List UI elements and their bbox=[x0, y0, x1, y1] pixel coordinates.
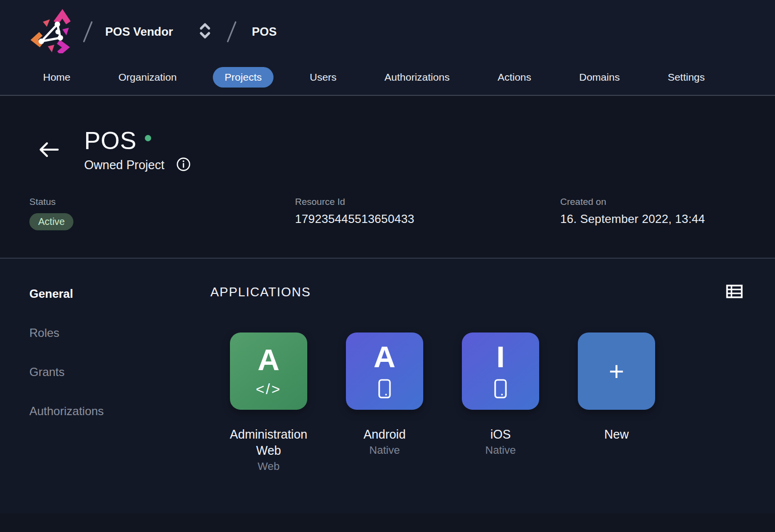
arrow-back-icon bbox=[38, 141, 60, 159]
app-name: Android bbox=[364, 426, 406, 443]
topbar: POS Vendor POS Home Organization Project… bbox=[0, 0, 775, 96]
breadcrumb-project[interactable]: POS bbox=[252, 25, 277, 39]
page-title: POS bbox=[84, 128, 137, 154]
applications-section: APPLICATIONS A </> Adm bbox=[210, 259, 775, 513]
app-card-new[interactable]: + New bbox=[578, 332, 655, 473]
project-meta: Status Active Resource Id 17923544551365… bbox=[0, 197, 775, 230]
sidebar-item-roles[interactable]: Roles bbox=[29, 326, 210, 340]
nav-item-projects[interactable]: Projects bbox=[213, 67, 274, 88]
app-tile[interactable]: I bbox=[462, 332, 539, 410]
status-label: Status bbox=[29, 197, 295, 207]
sidebar-item-authorizations[interactable]: Authorizations bbox=[29, 404, 210, 418]
app-tile[interactable]: A </> bbox=[230, 332, 307, 410]
unfold-more-icon[interactable] bbox=[173, 22, 211, 41]
main-nav: Home Organization Projects Users Authori… bbox=[0, 64, 775, 95]
app-tile[interactable]: A bbox=[346, 332, 423, 410]
app-kind: Native bbox=[485, 444, 516, 457]
breadcrumb-slash-icon bbox=[83, 21, 92, 43]
applications-grid: A </> Administration Web Web A bbox=[210, 332, 743, 473]
app-initial: A bbox=[258, 345, 280, 375]
app-kind: Native bbox=[369, 444, 400, 457]
app-name: iOS bbox=[490, 426, 511, 443]
applications-heading: APPLICATIONS bbox=[210, 285, 311, 300]
app-name: Administration Web bbox=[219, 426, 318, 459]
project-active-dot bbox=[145, 135, 151, 141]
smartphone-icon bbox=[494, 379, 507, 400]
nav-item-authorizations[interactable]: Authorizations bbox=[373, 67, 461, 88]
sidebar-item-general[interactable]: General bbox=[29, 287, 210, 301]
nav-item-actions[interactable]: Actions bbox=[486, 67, 543, 88]
app-initial: I bbox=[496, 342, 504, 372]
nav-item-users[interactable]: Users bbox=[298, 67, 348, 88]
app-card-android[interactable]: A Android Native bbox=[346, 332, 423, 473]
plus-icon: + bbox=[609, 358, 624, 384]
created-on-value: 16. September 2022, 13:44 bbox=[560, 212, 705, 226]
code-icon: </> bbox=[256, 381, 281, 398]
sidebar-item-grants[interactable]: Grants bbox=[29, 365, 210, 379]
table-view-button[interactable] bbox=[726, 284, 743, 300]
created-on-label: Created on bbox=[560, 197, 705, 207]
breadcrumb-slash-icon bbox=[227, 21, 236, 43]
new-app-tile[interactable]: + bbox=[578, 332, 655, 410]
project-sidebar: General Roles Grants Authorizations bbox=[0, 259, 210, 513]
nav-item-settings[interactable]: Settings bbox=[656, 67, 717, 88]
app-card-administration-web[interactable]: A </> Administration Web Web bbox=[230, 332, 307, 473]
smartphone-icon bbox=[378, 379, 391, 400]
app-kind: Web bbox=[258, 460, 280, 473]
org-picker[interactable]: POS Vendor bbox=[105, 22, 211, 41]
project-header: POS Owned Project Status bbox=[0, 96, 775, 259]
app-initial: A bbox=[374, 342, 396, 372]
resource-id-value: 179235445513650433 bbox=[295, 212, 560, 226]
back-button[interactable] bbox=[38, 141, 60, 159]
nav-item-home[interactable]: Home bbox=[31, 67, 82, 88]
nav-item-organization[interactable]: Organization bbox=[107, 67, 188, 88]
table-view-icon bbox=[726, 284, 743, 300]
page-subtitle: Owned Project bbox=[84, 158, 164, 172]
app-name: New bbox=[604, 426, 629, 443]
breadcrumb-org[interactable]: POS Vendor bbox=[105, 25, 173, 39]
resource-id-label: Resource Id bbox=[295, 197, 560, 207]
status-badge: Active bbox=[29, 213, 73, 230]
info-icon bbox=[176, 157, 191, 173]
zitadel-logo-icon[interactable] bbox=[29, 8, 74, 55]
app-card-ios[interactable]: I iOS Native bbox=[462, 332, 539, 473]
nav-item-domains[interactable]: Domains bbox=[568, 67, 632, 88]
content: General Roles Grants Authorizations APPL… bbox=[0, 259, 775, 513]
info-button[interactable] bbox=[176, 157, 191, 173]
brand-row: POS Vendor POS bbox=[0, 0, 775, 64]
